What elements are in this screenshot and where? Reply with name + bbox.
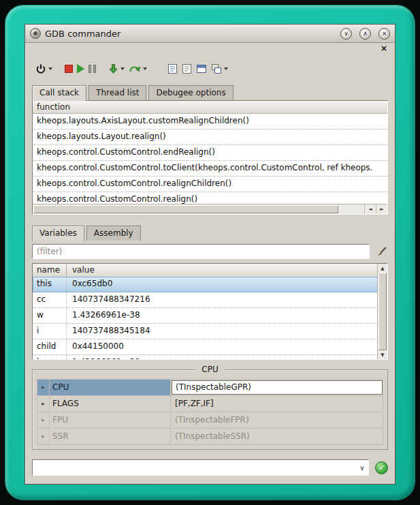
windows-icon (211, 63, 222, 74)
pause-icon (88, 65, 96, 73)
scrollbar-thumb[interactable] (33, 205, 338, 213)
filter-input[interactable] (32, 244, 370, 259)
expand-arrow-icon[interactable]: ▸ (37, 396, 50, 412)
table-row[interactable]: this 0xc65db0 (33, 277, 378, 292)
run-button[interactable] (75, 61, 86, 77)
cpu-row[interactable]: ▸ SSR (TInspectableSSR) (37, 429, 383, 445)
scrollbar-thumb[interactable] (378, 273, 387, 350)
cpu-groupbox-title: CPU (195, 365, 225, 374)
pause-button[interactable] (86, 61, 98, 77)
pane-close-icon[interactable]: × (381, 44, 387, 52)
table-row[interactable]: b 1.43266961e-38 (33, 355, 378, 359)
play-icon (77, 64, 84, 74)
register-group-value: [PF,ZF,IF] (171, 396, 383, 412)
callstack-row[interactable]: kheops.control.CustomControl.toClient(kh… (33, 161, 387, 177)
command-input[interactable] (33, 460, 356, 475)
command-combobox[interactable]: ∨ (32, 459, 369, 476)
var-value: 140737488347216 (67, 292, 378, 307)
cpu-groupbox: CPU ▸ CPU (TInspectableGPR) ▸ FLAGS [PF,… (32, 369, 388, 450)
notes-button[interactable] (165, 61, 180, 77)
register-group-name: CPU (50, 380, 171, 395)
maximize-button[interactable]: ∧ (359, 28, 371, 40)
var-name: b (33, 355, 67, 359)
var-value: 0xc65db0 (67, 277, 378, 292)
debug-toolbar (25, 55, 395, 84)
register-group-name: SSR (50, 429, 171, 444)
callstack-row[interactable]: kheops.layouts.Layout.realign() (33, 129, 387, 145)
gdb-commander-window: GDB commander ∨ ∧ × × (25, 24, 395, 485)
vertical-scrollbar[interactable]: ▲ ▼ (377, 264, 387, 359)
stop-button[interactable] (63, 61, 75, 77)
scroll-left-button[interactable]: ◄ (364, 204, 376, 214)
close-button[interactable]: × (378, 28, 390, 40)
tab-assembly[interactable]: Assembly (86, 226, 141, 241)
var-name: i (33, 324, 67, 339)
pane-bar: × (25, 43, 395, 55)
inspector-tabbar: Variables Assembly (25, 224, 395, 241)
callstack-row[interactable]: kheops.layouts.AxisLayout.customRealignC… (33, 114, 387, 129)
callstack-tabbar: Call stack Thread list Debugee options (25, 84, 395, 100)
column-header-value[interactable]: value (67, 264, 378, 277)
document-icon (182, 63, 192, 74)
step-in-button[interactable] (106, 61, 127, 77)
chevron-down-icon[interactable] (224, 67, 228, 70)
titlebar[interactable]: GDB commander ∨ ∧ × (25, 25, 395, 43)
document-button[interactable] (180, 61, 194, 77)
callstack-column-header[interactable]: function (33, 101, 387, 114)
scroll-right-button[interactable]: ► (376, 204, 387, 214)
variables-header: name value (33, 264, 378, 277)
var-name: cc (33, 292, 67, 307)
filter-clear-button[interactable] (376, 245, 388, 258)
tab-variables[interactable]: Variables (32, 226, 84, 241)
table-row[interactable]: w 1.43266961e-38 (33, 308, 378, 324)
power-icon (35, 63, 46, 74)
cpu-row[interactable]: ▸ CPU (TInspectableGPR) (37, 380, 383, 396)
var-name: this (33, 277, 67, 292)
callstack-row[interactable]: kheops.control.CustomControl.endRealign(… (33, 145, 387, 161)
callstack-panel: function kheops.layouts.AxisLayout.custo… (32, 100, 388, 215)
variables-list: this 0xc65db0 cc 140737488347216 w 1.432… (33, 277, 378, 359)
execute-button[interactable]: ✓ (375, 461, 388, 474)
table-row[interactable]: i 140737488345184 (33, 324, 378, 339)
tab-debugee-options[interactable]: Debugee options (148, 85, 233, 100)
expand-arrow-icon[interactable]: ▸ (37, 412, 50, 428)
scroll-down-button[interactable]: ▼ (378, 350, 387, 359)
shade-button[interactable]: ∨ (340, 28, 352, 40)
horizontal-scrollbar[interactable]: ◄ ► (33, 204, 387, 214)
chevron-down-icon[interactable] (48, 67, 52, 70)
memory-viewer-button[interactable] (194, 61, 209, 77)
var-name: w (33, 308, 67, 323)
var-value: 1.43266961e-38 (67, 308, 378, 323)
expand-arrow-icon[interactable]: ▸ (37, 380, 50, 395)
power-button[interactable] (33, 61, 54, 77)
windows-button[interactable] (209, 61, 230, 77)
register-group-value: (TInspectableSSR) (171, 429, 383, 444)
table-row[interactable]: child 0x44150000 (33, 339, 378, 355)
tab-call-stack[interactable]: Call stack (32, 85, 86, 101)
variables-panel: name value this 0xc65db0 cc 140737488347… (32, 263, 388, 360)
scroll-up-button[interactable]: ▲ (378, 264, 387, 273)
register-group-value[interactable]: (TInspectableGPR) (172, 380, 383, 395)
column-header-name[interactable]: name (33, 264, 67, 277)
chevron-down-icon[interactable] (143, 67, 147, 70)
chevron-down-icon[interactable] (120, 67, 125, 70)
callstack-row[interactable]: kheops.control.CustomControl.realignChil… (33, 177, 387, 192)
table-row[interactable]: cc 140737488347216 (33, 292, 378, 308)
stop-icon (65, 65, 73, 73)
expand-arrow-icon[interactable]: ▸ (37, 429, 50, 444)
combo-dropdown-button[interactable]: ∨ (356, 460, 368, 475)
filter-row (32, 244, 388, 259)
var-value: 1.43266961e-38 (67, 355, 378, 359)
register-group-value: (TInspectableFPR) (171, 412, 383, 428)
tab-thread-list[interactable]: Thread list (88, 85, 146, 100)
register-group-name: FLAGS (50, 396, 171, 412)
notes-icon (167, 63, 178, 74)
callstack-row[interactable]: kheops.control.CustomControl.realign() (33, 192, 387, 204)
brush-icon (376, 246, 387, 257)
var-value: 140737488345184 (67, 324, 378, 339)
cpu-row[interactable]: ▸ FLAGS [PF,ZF,IF] (37, 396, 383, 412)
step-over-icon (129, 63, 141, 74)
window-title: GDB commander (45, 29, 120, 39)
cpu-row[interactable]: ▸ FPU (TInspectableFPR) (37, 412, 383, 429)
step-over-button[interactable] (127, 61, 149, 77)
